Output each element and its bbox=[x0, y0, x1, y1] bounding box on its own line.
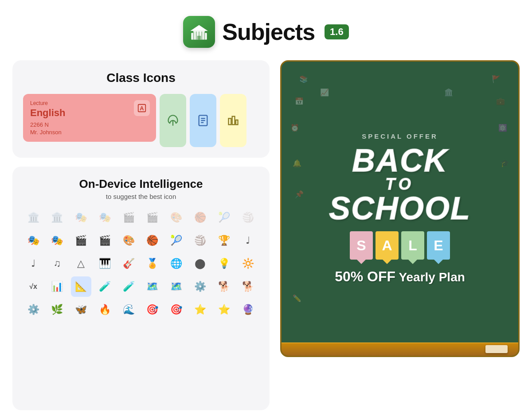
app-icon bbox=[183, 16, 215, 48]
svg-text:A: A bbox=[140, 105, 144, 112]
icon-chip-green bbox=[160, 94, 186, 147]
grid-icon: 📊 bbox=[47, 276, 67, 297]
grid-icon: 🎨 bbox=[166, 207, 187, 228]
sale-letter-l: L bbox=[401, 231, 424, 260]
right-column: 📚 🚩 📅 💼 ⏰ ⚛️ 🔔 🎓 📌 ✏️ 📈 🏛️ SPECIAL OFFER… bbox=[280, 60, 520, 410]
grid-icon: 🦋 bbox=[71, 299, 91, 320]
grid-icon: 🗺️ bbox=[142, 276, 163, 297]
grid-icon: 🏛️ bbox=[47, 207, 67, 228]
special-offer-text: SPECIAL OFFER bbox=[362, 132, 438, 140]
chalk-deco-cap: 🎓 bbox=[501, 159, 509, 167]
grid-icon: ⭐ bbox=[190, 299, 211, 320]
grid-icon: 🧪 bbox=[94, 276, 115, 297]
class-icons-title: Class Icons bbox=[23, 71, 259, 85]
to-text: TO bbox=[329, 176, 471, 192]
grid-icon: 🔆 bbox=[238, 253, 258, 274]
grid-icon: 🌊 bbox=[118, 299, 139, 320]
sale-letter-s: S bbox=[350, 231, 373, 260]
back-text: BACK bbox=[329, 144, 471, 176]
svg-rect-18 bbox=[236, 120, 238, 125]
svg-rect-17 bbox=[232, 117, 235, 125]
grid-icon: 🎬 bbox=[94, 230, 115, 251]
discount-text: 50% OFF Yearly Plan bbox=[335, 268, 465, 285]
svg-rect-16 bbox=[229, 118, 231, 124]
grid-icon: 🎭 bbox=[47, 230, 67, 251]
grid-icon: 🌐 bbox=[166, 253, 187, 274]
chalk-deco-flag: 🚩 bbox=[492, 75, 501, 83]
version-badge: 1.6 bbox=[325, 24, 349, 39]
grid-icon-highlighted: 📐 bbox=[71, 276, 91, 297]
grid-icon: 🧪 bbox=[118, 276, 139, 297]
svg-rect-2 bbox=[193, 31, 195, 39]
grid-icon: ⭐ bbox=[214, 299, 234, 320]
eraser bbox=[485, 345, 508, 353]
grid-icon: 💡 bbox=[214, 253, 234, 274]
grid-icon: 🎸 bbox=[118, 253, 139, 274]
grid-icon: 🌿 bbox=[47, 299, 67, 320]
grid-icon: 🏀 bbox=[190, 207, 211, 228]
class-icons-display: Lecture English 2266 N Mr. Johnson A bbox=[23, 94, 259, 147]
grid-icon: 🎾 bbox=[214, 207, 234, 228]
grid-icon: 🎬 bbox=[142, 207, 163, 228]
chalk-deco-pencil: ✏️ bbox=[293, 294, 301, 303]
chalk-deco-briefcase: 💼 bbox=[496, 97, 505, 105]
chalk-deco-chart: 📈 bbox=[320, 88, 329, 97]
svg-rect-5 bbox=[201, 31, 203, 39]
grid-icon: 🎯 bbox=[166, 299, 187, 320]
app-header: Subjects 1.6 bbox=[0, 0, 532, 60]
svg-rect-6 bbox=[204, 31, 206, 39]
intelligence-title: On-Device Intelligence bbox=[23, 177, 259, 191]
plan-text: Yearly Plan bbox=[399, 270, 465, 284]
grid-icon: 🎬 bbox=[118, 207, 139, 228]
grid-icon: ⬤ bbox=[190, 253, 211, 274]
sale-letter-e: E bbox=[427, 231, 450, 260]
grid-icon: 🎨 bbox=[118, 230, 139, 251]
grid-icon: 🏐 bbox=[190, 230, 211, 251]
icon-grid: 🏛️ 🏛️ 🎭 🎭 🎬 🎬 🎨 🏀 🎾 🏐 🎭 🎭 🎬 🎬 🎨 🏀 🎾 � bbox=[23, 207, 259, 320]
svg-rect-3 bbox=[196, 31, 197, 39]
grid-icon: 🎭 bbox=[23, 230, 43, 251]
svg-rect-8 bbox=[197, 36, 201, 40]
chalk-deco-building: 🏛️ bbox=[444, 88, 453, 97]
grid-icon: ♩ bbox=[238, 230, 258, 251]
left-column: Class Icons Lecture English 2266 N Mr. J… bbox=[12, 60, 270, 410]
grid-icon: 🔮 bbox=[238, 299, 258, 320]
chalk-ledge bbox=[282, 342, 518, 356]
grid-icon: 🎬 bbox=[71, 230, 91, 251]
grid-icon: 🎾 bbox=[166, 230, 187, 251]
sale-banner: S A L E bbox=[350, 231, 450, 260]
app-title: Subjects bbox=[222, 19, 315, 45]
subject-name: English bbox=[30, 107, 149, 119]
chalk-deco-pin: 📌 bbox=[295, 190, 304, 198]
discount-bold: 50% OFF bbox=[335, 268, 395, 284]
main-content: Class Icons Lecture English 2266 N Mr. J… bbox=[0, 60, 532, 410]
grid-icon: 🎭 bbox=[94, 207, 115, 228]
subject-icon-badge: A bbox=[134, 100, 150, 116]
chalk-deco-bell: 🔔 bbox=[293, 159, 301, 167]
icon-chip-blue bbox=[190, 94, 216, 147]
grid-icon: ⚙️ bbox=[190, 276, 211, 297]
grid-icon: 🎹 bbox=[94, 253, 115, 274]
subject-card: Lecture English 2266 N Mr. Johnson A bbox=[23, 94, 156, 142]
intelligence-subtitle: to suggest the best icon bbox=[23, 193, 259, 200]
grid-icon: 🏆 bbox=[214, 230, 234, 251]
intelligence-card: On-Device Intelligence to suggest the be… bbox=[12, 167, 270, 410]
grid-icon: 🏀 bbox=[142, 230, 163, 251]
icon-strip bbox=[160, 94, 246, 147]
chalkboard: 📚 🚩 📅 💼 ⏰ ⚛️ 🔔 🎓 📌 ✏️ 📈 🏛️ SPECIAL OFFER… bbox=[280, 60, 520, 357]
grid-icon: 🎯 bbox=[142, 299, 163, 320]
subject-room: 2266 N bbox=[30, 121, 149, 128]
grid-icon: △ bbox=[71, 253, 91, 274]
grid-icon: ♫ bbox=[47, 253, 67, 274]
grid-icon: 🏛️ bbox=[23, 207, 43, 228]
grid-icon: 🎭 bbox=[71, 207, 91, 228]
grid-icon: 🏅 bbox=[142, 253, 163, 274]
chalk-deco-atom: ⚛️ bbox=[498, 124, 507, 132]
app-icon-svg bbox=[189, 22, 209, 42]
chalk-deco-calendar: 📅 bbox=[295, 97, 304, 105]
subject-teacher: Mr. Johnson bbox=[30, 129, 149, 136]
sale-letter-a: A bbox=[376, 231, 399, 260]
grid-icon: ⚙️ bbox=[23, 299, 43, 320]
class-icons-card: Class Icons Lecture English 2266 N Mr. J… bbox=[12, 60, 270, 158]
icon-chip-yellow bbox=[220, 94, 246, 147]
